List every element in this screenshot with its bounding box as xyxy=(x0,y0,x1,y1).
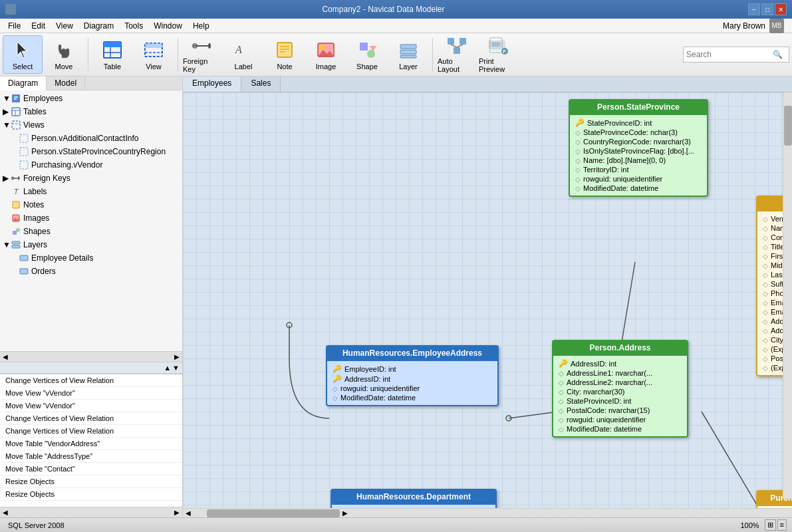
tree-employees[interactable]: ▼ Employees xyxy=(0,92,182,105)
svg-point-62 xyxy=(506,416,511,421)
history-scroll-up[interactable]: ▲ xyxy=(164,364,171,372)
menu-file[interactable]: File xyxy=(3,20,26,32)
tree-foreignkeys[interactable]: ▶ Foreign Keys xyxy=(0,172,182,185)
scroll-right-icon[interactable]: ▶ xyxy=(174,353,180,360)
view-icon xyxy=(143,39,164,61)
history-item-4[interactable]: Change Vertices of View Relation xyxy=(0,425,182,438)
table-hr-employeeaddress[interactable]: HumanResources.EmployeeAddress 🔑Employee… xyxy=(326,345,499,406)
horizontal-scrollbar[interactable]: ◀ ▶ xyxy=(183,508,792,517)
history-item-9[interactable]: Resize Objects xyxy=(0,488,182,501)
menu-edit[interactable]: Edit xyxy=(26,20,51,32)
tree-item-label: Person.vStateProvinceCountryRegion xyxy=(31,147,166,156)
tab-sales[interactable]: Sales xyxy=(241,76,281,92)
tree-view-3[interactable]: Purchasing.vVendor xyxy=(0,158,182,172)
view-list-btn[interactable]: ≡ xyxy=(777,519,787,531)
label-button[interactable]: A Label xyxy=(223,35,263,74)
history-scroll-down[interactable]: ▼ xyxy=(172,364,180,372)
history-item-7[interactable]: Move Table "Contact" xyxy=(0,463,182,475)
table-person-stateprovince[interactable]: Person.StateProvince 🔑StateProvinceID: i… xyxy=(569,99,708,197)
tree-item-label: Purchasing.vVendor xyxy=(31,160,102,170)
tree-item-label: Tables xyxy=(23,107,47,116)
menu-help[interactable]: Help xyxy=(188,20,215,32)
tree-item-label: Shapes xyxy=(23,227,51,236)
history-item-2[interactable]: Move View "vVendor" xyxy=(0,400,182,412)
shape-button[interactable]: Shape xyxy=(347,35,387,74)
history-item-8[interactable]: Resize Objects xyxy=(0,475,182,488)
statusbar: SQL Server 2008 100% ⊞ ≡ xyxy=(0,517,792,532)
maximize-button[interactable]: □ xyxy=(761,3,773,15)
scroll-left-icon[interactable]: ◀ xyxy=(3,353,8,360)
tree-layer-1[interactable]: Employee Details xyxy=(0,251,182,265)
note-label: Note xyxy=(277,63,292,70)
image-button[interactable]: Image xyxy=(306,35,346,74)
vscroll-thumb[interactable] xyxy=(784,106,792,146)
select-button[interactable]: Select xyxy=(3,35,43,74)
hscroll-right-btn[interactable]: ▶ xyxy=(340,509,350,517)
table-person-address[interactable]: Person.Address 🔑AddressID: int ◇AddressL… xyxy=(552,340,688,438)
svg-text:A: A xyxy=(235,44,242,55)
hist-scroll-left[interactable]: ◀ xyxy=(3,509,8,516)
note-icon xyxy=(274,39,295,61)
search-input[interactable] xyxy=(686,50,773,59)
menu-diagram[interactable]: Diagram xyxy=(78,20,119,32)
cursor-icon xyxy=(12,39,33,61)
layer-tree-icon xyxy=(11,239,21,250)
hist-scroll-right[interactable]: ▶ xyxy=(174,509,180,516)
hscroll-thumb[interactable] xyxy=(207,509,340,517)
foreignkey-button[interactable]: Foreign Key xyxy=(182,35,222,74)
autolayout-button[interactable]: Auto Layout xyxy=(437,35,477,74)
table-body: 🔑EmployeeID: int 🔑AddressID: int ◇rowgui… xyxy=(326,361,499,406)
tab-model[interactable]: Model xyxy=(47,76,85,90)
move-button[interactable]: Move xyxy=(44,35,84,74)
tree-layer-2[interactable]: Orders xyxy=(0,265,182,278)
tree-views[interactable]: ▼ Views xyxy=(0,118,182,132)
canvas[interactable]: Person.StateProvince 🔑StateProvinceID: i… xyxy=(183,92,792,508)
tab-employees[interactable]: Employees xyxy=(183,76,241,92)
table-hr-department[interactable]: HumanResources.Department 🔑DepartmentID:… xyxy=(330,489,497,508)
tree-view-2[interactable]: Person.vStateProvinceCountryRegion xyxy=(0,145,182,158)
label-tree-icon: T xyxy=(11,186,21,197)
svg-rect-35 xyxy=(489,41,505,49)
layer-button[interactable]: Layer xyxy=(388,35,428,74)
tree-layers[interactable]: ▼ Layers xyxy=(0,238,182,251)
hscroll-left-btn[interactable]: ◀ xyxy=(183,509,194,517)
close-button[interactable]: ✕ xyxy=(775,3,787,15)
printpreview-button[interactable]: P Print Preview xyxy=(478,35,518,74)
minimize-button[interactable]: − xyxy=(748,3,760,15)
menu-window[interactable]: Window xyxy=(148,20,188,32)
toggle-icon: ▼ xyxy=(3,120,11,130)
layer-icon xyxy=(398,39,419,61)
field-icon: ◇ xyxy=(559,407,564,414)
field-icon: ◇ xyxy=(763,299,768,307)
tree-images[interactable]: Images xyxy=(0,211,182,225)
printpreview-label: Print Preview xyxy=(479,57,517,73)
tab-diagram[interactable]: Diagram xyxy=(0,76,47,90)
svg-rect-55 xyxy=(13,231,17,235)
view-button[interactable]: View xyxy=(134,35,174,74)
window-title: Company2 - Navicat Data Modeler xyxy=(19,5,748,14)
view-grid-btn[interactable]: ⊞ xyxy=(765,519,776,531)
tree-notes[interactable]: Notes xyxy=(0,198,182,211)
history-item-1[interactable]: Move View "vVendor" xyxy=(0,387,182,400)
field-icon: ◇ xyxy=(332,385,338,392)
field-row: ◇AddressLine2: nvarchar(... xyxy=(553,378,687,387)
tree-tables[interactable]: ▶ Tables xyxy=(0,105,182,118)
tree-labels[interactable]: T Labels xyxy=(0,185,182,198)
tree-view-1[interactable]: Person.vAdditionalContactInfo xyxy=(0,132,182,145)
vertical-scrollbar[interactable] xyxy=(783,92,792,499)
tree-shapes[interactable]: Shapes xyxy=(0,225,182,238)
toggle-spacer xyxy=(3,200,11,209)
field-icon: ◇ xyxy=(575,138,581,146)
history-item-3[interactable]: Change Vertices of View Relation xyxy=(0,412,182,425)
menu-tools[interactable]: Tools xyxy=(119,20,148,32)
svg-rect-29 xyxy=(454,47,460,54)
history-item-6[interactable]: Move Table "AddressType" xyxy=(0,450,182,463)
history-item-0[interactable]: Change Vertices of View Relation xyxy=(0,374,182,387)
search-area: 🔍 xyxy=(683,47,789,63)
table-body: 🔑StateProvinceID: int ◇StateProvinceCode… xyxy=(569,115,708,197)
note-button[interactable]: Note xyxy=(265,35,305,74)
menu-view[interactable]: View xyxy=(51,20,78,32)
table-button[interactable]: Table xyxy=(92,35,132,74)
history-item-5[interactable]: Move Table "VendorAddress" xyxy=(0,438,182,450)
field-row: 🔑DepartmentID: smallint xyxy=(332,507,495,508)
